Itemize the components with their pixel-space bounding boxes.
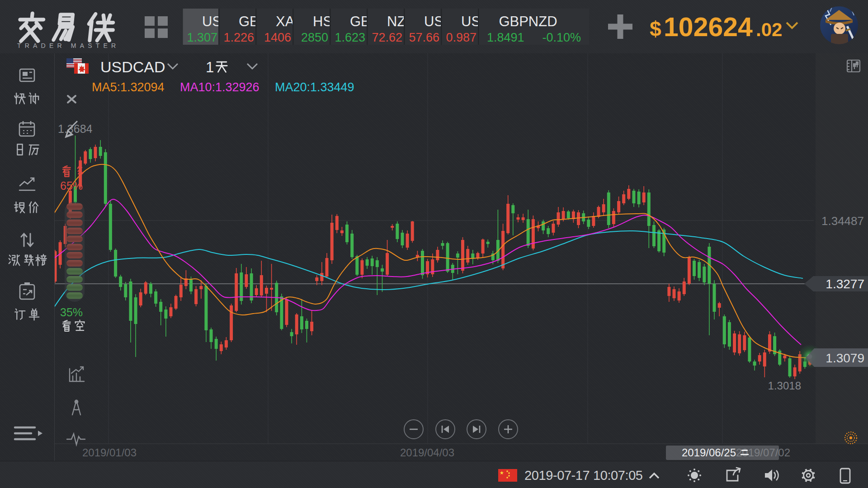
svg-text:2850: 2850	[301, 31, 328, 44]
svg-text:GBPNZD: GBPNZD	[499, 14, 557, 29]
svg-text:2019-07-17 10:07:05: 2019-07-17 10:07:05	[524, 468, 643, 483]
svg-text:35%: 35%	[60, 306, 83, 319]
svg-text:-0.10%: -0.10%	[542, 31, 581, 44]
svg-text:$: $	[650, 17, 661, 41]
svg-text:.02: .02	[756, 19, 782, 40]
svg-text:1.623: 1.623	[335, 31, 365, 44]
svg-text:1.8491: 1.8491	[487, 31, 524, 44]
svg-text:TRADER MASTER: TRADER MASTER	[17, 42, 119, 49]
svg-text:1.3277: 1.3277	[826, 277, 864, 291]
svg-text:1.307: 1.307	[187, 31, 217, 44]
svg-text:0.987: 0.987	[446, 31, 476, 44]
svg-text:72.62: 72.62	[372, 31, 402, 44]
svg-text:65%: 65%	[60, 179, 83, 192]
svg-text:1.3079: 1.3079	[826, 351, 864, 365]
svg-text:2019/01/03: 2019/01/03	[82, 446, 137, 459]
svg-text:2019/04/03: 2019/04/03	[400, 446, 454, 459]
svg-text:2019/06/25: 2019/06/25	[682, 446, 736, 459]
svg-text:1: 1	[206, 59, 214, 75]
svg-text:1.3684: 1.3684	[58, 122, 93, 135]
svg-text:57.66: 57.66	[409, 31, 439, 44]
svg-text:MA10:1.32926: MA10:1.32926	[180, 80, 259, 94]
svg-text:USDCAD: USDCAD	[100, 58, 165, 75]
svg-text:1.3018: 1.3018	[768, 380, 801, 392]
svg-text:1.34487: 1.34487	[821, 214, 864, 228]
svg-text:MA20:1.33449: MA20:1.33449	[275, 80, 354, 94]
svg-text:1406: 1406	[264, 31, 291, 44]
svg-text:102624: 102624	[664, 12, 753, 42]
svg-text:1.226: 1.226	[223, 31, 254, 44]
svg-text:MA5:1.32094: MA5:1.32094	[92, 80, 165, 94]
